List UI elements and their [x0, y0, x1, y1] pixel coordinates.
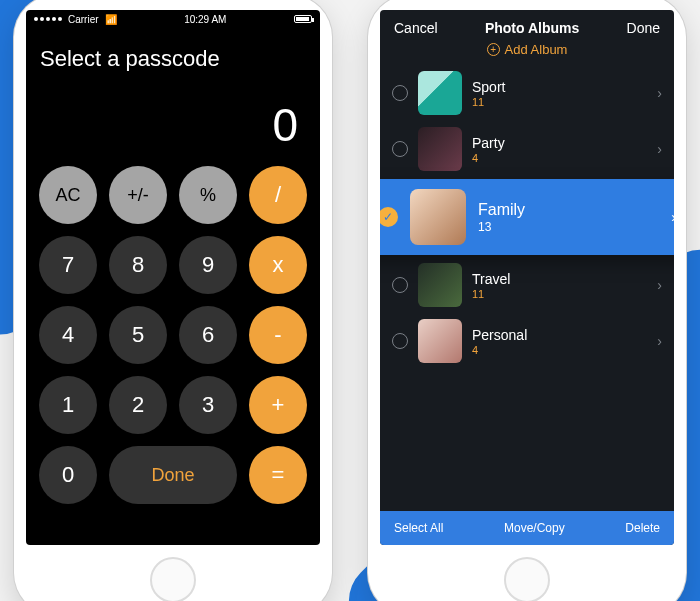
key-2[interactable]: 2 [109, 376, 167, 434]
bottom-toolbar: Select All Move/Copy Delete [380, 511, 674, 545]
status-bar: Carrier 📶 10:29 AM [26, 10, 320, 28]
chevron-right-icon: › [657, 277, 662, 293]
key-3[interactable]: 3 [179, 376, 237, 434]
album-row[interactable]: Sport 11 › [380, 65, 674, 121]
album-name: Travel [472, 271, 647, 287]
chevron-right-icon: › [657, 85, 662, 101]
carrier-label: Carrier [68, 14, 99, 25]
radio-icon[interactable] [392, 277, 408, 293]
albums-header: Cancel Photo Albums Done [380, 10, 674, 42]
album-count: 4 [472, 152, 647, 164]
album-count: 4 [472, 344, 647, 356]
chevron-right-icon: › [657, 333, 662, 349]
add-album-button[interactable]: + Add Album [380, 42, 674, 65]
album-row[interactable]: Travel 11 › [380, 257, 674, 313]
key-divide[interactable]: / [249, 166, 307, 224]
album-row[interactable]: Personal 4 › [380, 313, 674, 369]
cancel-button[interactable]: Cancel [394, 20, 438, 36]
album-count: 11 [472, 96, 647, 108]
album-name: Personal [472, 327, 647, 343]
done-button[interactable]: Done [627, 20, 660, 36]
key-7[interactable]: 7 [39, 236, 97, 294]
key-ac[interactable]: AC [39, 166, 97, 224]
album-thumbnail [418, 71, 462, 115]
clock: 10:29 AM [184, 14, 226, 25]
battery-icon [294, 15, 312, 23]
check-icon: ✓ [380, 207, 398, 227]
move-copy-button[interactable]: Move/Copy [504, 521, 565, 535]
add-album-label: Add Album [505, 42, 568, 57]
page-title: Photo Albums [485, 20, 579, 36]
key-6[interactable]: 6 [179, 306, 237, 364]
album-thumbnail [418, 319, 462, 363]
album-row-selected[interactable]: ✓ Family 13 › [380, 177, 674, 257]
album-name: Family [478, 201, 659, 219]
key-multiply[interactable]: x [249, 236, 307, 294]
chevron-right-icon: › [657, 141, 662, 157]
radio-icon[interactable] [392, 141, 408, 157]
page-title: Select a passcode [26, 28, 320, 72]
key-8[interactable]: 8 [109, 236, 167, 294]
album-row[interactable]: Party 4 › [380, 121, 674, 177]
key-subtract[interactable]: - [249, 306, 307, 364]
signal-icon [34, 17, 62, 21]
key-equals[interactable]: = [249, 446, 307, 504]
screen-albums: Cancel Photo Albums Done + Add Album Spo… [380, 10, 674, 545]
key-4[interactable]: 4 [39, 306, 97, 364]
album-list: Sport 11 › Party 4 › ✓ Fam [380, 65, 674, 369]
album-name: Sport [472, 79, 647, 95]
wifi-icon: 📶 [105, 14, 117, 25]
radio-icon[interactable] [392, 333, 408, 349]
home-button[interactable] [150, 557, 196, 601]
album-count: 13 [478, 220, 659, 234]
screen-passcode: Carrier 📶 10:29 AM Select a passcode 0 A… [26, 10, 320, 545]
home-button[interactable] [504, 557, 550, 601]
album-thumbnail [418, 127, 462, 171]
key-plusminus[interactable]: +/- [109, 166, 167, 224]
select-all-button[interactable]: Select All [394, 521, 443, 535]
phone-frame-left: Carrier 📶 10:29 AM Select a passcode 0 A… [14, 0, 332, 601]
phone-frame-right: Cancel Photo Albums Done + Add Album Spo… [368, 0, 686, 601]
delete-button[interactable]: Delete [625, 521, 660, 535]
album-name: Party [472, 135, 647, 151]
album-thumbnail [418, 263, 462, 307]
done-button[interactable]: Done [109, 446, 237, 504]
plus-circle-icon: + [487, 43, 500, 56]
key-add[interactable]: + [249, 376, 307, 434]
key-0[interactable]: 0 [39, 446, 97, 504]
chevron-right-icon: › [671, 209, 674, 225]
key-1[interactable]: 1 [39, 376, 97, 434]
album-thumbnail [410, 189, 466, 245]
key-9[interactable]: 9 [179, 236, 237, 294]
radio-icon[interactable] [392, 85, 408, 101]
calculator-keypad: AC +/- % / 7 8 9 x 4 5 6 - 1 2 3 + [26, 166, 320, 504]
passcode-display: 0 [26, 72, 320, 166]
key-percent[interactable]: % [179, 166, 237, 224]
album-count: 11 [472, 288, 647, 300]
key-5[interactable]: 5 [109, 306, 167, 364]
